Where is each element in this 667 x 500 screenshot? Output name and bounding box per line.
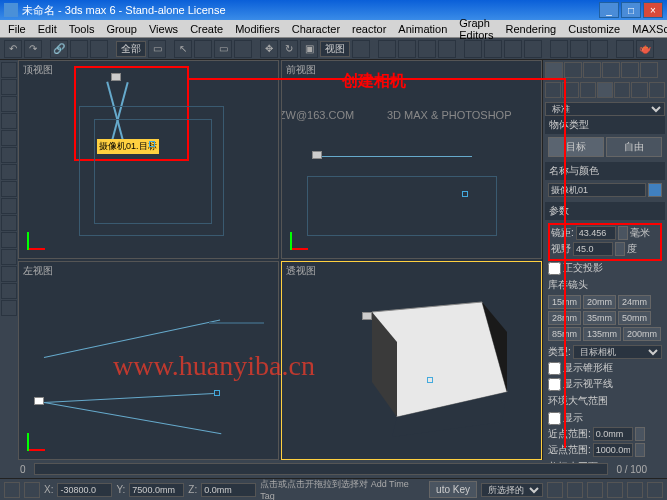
tab-panel-button[interactable] <box>1 249 17 265</box>
lens-preset-button[interactable]: 135mm <box>583 327 621 341</box>
selection-filter[interactable]: 全部 <box>116 41 146 57</box>
tab-panel-button[interactable] <box>1 283 17 299</box>
mirror-button[interactable] <box>484 40 502 58</box>
lens-preset-button[interactable]: 50mm <box>618 311 651 325</box>
rotate-button[interactable]: ↻ <box>280 40 298 58</box>
tab-panel-button[interactable] <box>1 181 17 197</box>
viewport-perspective[interactable]: 透视图 <box>281 261 542 460</box>
helpers-icon[interactable] <box>614 82 630 98</box>
script-button[interactable] <box>4 482 20 498</box>
fov-input[interactable] <box>573 242 613 256</box>
material-button[interactable] <box>590 40 608 58</box>
far-input[interactable] <box>593 443 633 457</box>
menu-character[interactable]: Character <box>286 23 346 35</box>
keyfilters-button[interactable] <box>567 482 583 498</box>
scale-button[interactable]: ▣ <box>300 40 318 58</box>
tab-panel-button[interactable] <box>1 79 17 95</box>
select-name-button[interactable] <box>194 40 212 58</box>
near-input[interactable] <box>593 427 633 441</box>
menu-group[interactable]: Group <box>100 23 143 35</box>
curve-editor-button[interactable] <box>550 40 568 58</box>
display-tab[interactable] <box>621 62 639 78</box>
menu-tools[interactable]: Tools <box>63 23 101 35</box>
camera-type-combo[interactable]: 目标相机 <box>573 345 662 359</box>
systems-icon[interactable] <box>649 82 665 98</box>
menu-modifiers[interactable]: Modifiers <box>229 23 286 35</box>
utilities-tab[interactable] <box>640 62 658 78</box>
tab-panel-button[interactable] <box>1 232 17 248</box>
menu-reactor[interactable]: reactor <box>346 23 392 35</box>
close-button[interactable]: × <box>643 2 663 18</box>
object-name-input[interactable] <box>548 183 646 197</box>
align-button[interactable] <box>504 40 522 58</box>
tab-panel-button[interactable] <box>1 62 17 78</box>
ortho-checkbox[interactable] <box>548 262 561 275</box>
lens-input[interactable] <box>576 226 616 240</box>
tab-panel-button[interactable] <box>1 164 17 180</box>
lens-preset-button[interactable]: 20mm <box>583 295 616 309</box>
ref-coord-combo[interactable]: 视图 <box>320 41 350 57</box>
spinner-icon[interactable] <box>615 242 625 256</box>
motion-tab[interactable] <box>602 62 620 78</box>
play-button[interactable] <box>547 482 563 498</box>
tab-panel-button[interactable] <box>1 147 17 163</box>
viewport-left[interactable]: 左视图 <box>18 261 279 460</box>
spinner-icon[interactable] <box>635 427 645 441</box>
coord-z-input[interactable] <box>201 483 256 497</box>
percent-snap-button[interactable] <box>418 40 436 58</box>
tab-panel-button[interactable] <box>1 113 17 129</box>
menu-maxscript[interactable]: MAXScript <box>626 23 667 35</box>
layers-button[interactable] <box>524 40 542 58</box>
menu-rendering[interactable]: Rendering <box>499 23 562 35</box>
cameras-icon[interactable] <box>597 82 613 98</box>
rollout-header[interactable]: 物体类型 <box>545 116 665 134</box>
render-scene-button[interactable] <box>616 40 634 58</box>
select-object-button[interactable]: ↖ <box>174 40 192 58</box>
lights-icon[interactable] <box>580 82 596 98</box>
bind-button[interactable] <box>90 40 108 58</box>
prompt-button[interactable] <box>24 482 40 498</box>
schematic-button[interactable] <box>570 40 588 58</box>
target-camera-button[interactable]: 目标 <box>548 137 604 157</box>
lens-preset-button[interactable]: 35mm <box>583 311 616 325</box>
rollout-header[interactable]: 名称与颜色 <box>545 162 665 180</box>
menu-create[interactable]: Create <box>184 23 229 35</box>
unlink-button[interactable] <box>70 40 88 58</box>
select-button[interactable]: ▭ <box>148 40 166 58</box>
subcategory-combo[interactable]: 标准 <box>545 102 665 116</box>
geometry-icon[interactable] <box>545 82 561 98</box>
menu-animation[interactable]: Animation <box>392 23 453 35</box>
tab-panel-button[interactable] <box>1 198 17 214</box>
color-swatch[interactable] <box>648 183 662 197</box>
tab-panel-button[interactable] <box>1 130 17 146</box>
spinner-snap-button[interactable] <box>438 40 456 58</box>
create-tab[interactable] <box>545 62 563 78</box>
tab-panel-button[interactable] <box>1 266 17 282</box>
free-camera-button[interactable]: 自由 <box>606 137 662 157</box>
menu-customize[interactable]: Customize <box>562 23 626 35</box>
spacewarps-icon[interactable] <box>631 82 647 98</box>
undo-button[interactable]: ↶ <box>4 40 22 58</box>
snap-button[interactable] <box>378 40 396 58</box>
named-sel-button[interactable] <box>464 40 482 58</box>
tab-panel-button[interactable] <box>1 96 17 112</box>
menu-grapheditors[interactable]: Graph Editors <box>453 17 499 41</box>
nav-button[interactable] <box>607 482 623 498</box>
viewport-front[interactable]: 前视图 创建相机 BANJIANWZW@163.COM 3D MAX & PHO… <box>281 60 542 259</box>
menu-views[interactable]: Views <box>143 23 184 35</box>
coord-y-input[interactable] <box>129 483 184 497</box>
nav-button[interactable] <box>647 482 663 498</box>
modify-tab[interactable] <box>564 62 582 78</box>
spinner-icon[interactable] <box>635 443 645 457</box>
selected-combo[interactable]: 所选择的 <box>481 483 543 497</box>
move-button[interactable]: ✥ <box>260 40 278 58</box>
angle-snap-button[interactable] <box>398 40 416 58</box>
rollout-header[interactable]: 参数 <box>545 202 665 220</box>
tab-panel-button[interactable] <box>1 300 17 316</box>
minimize-button[interactable]: _ <box>599 2 619 18</box>
spinner-icon[interactable] <box>618 226 628 240</box>
link-button[interactable]: 🔗 <box>50 40 68 58</box>
viewport-top[interactable]: 顶视图 摄像机01.目标 <box>18 60 279 259</box>
lens-preset-button[interactable]: 200mm <box>623 327 661 341</box>
timeline-track[interactable] <box>34 463 609 475</box>
